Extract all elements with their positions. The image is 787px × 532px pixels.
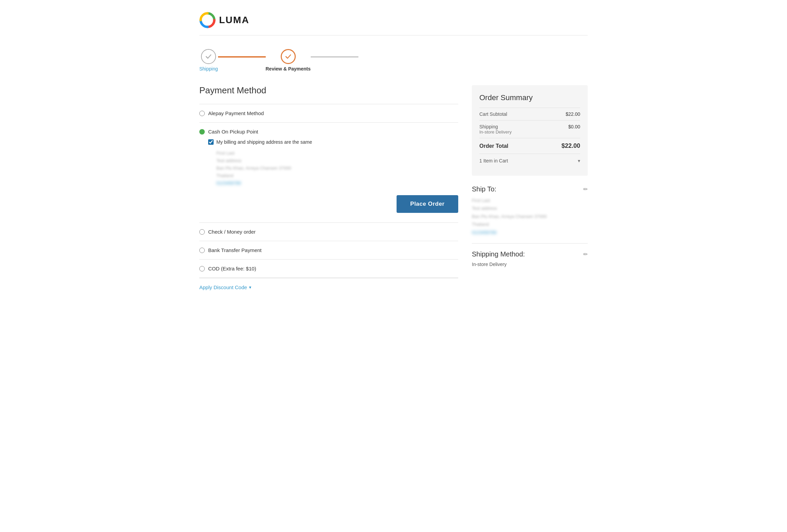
- ship-address-line2: Test address: [472, 206, 497, 211]
- billing-same-checkbox[interactable]: [208, 139, 214, 145]
- ship-to-edit-icon[interactable]: ✏: [583, 186, 588, 192]
- payment-option-bank: Bank Transfer Payment: [199, 241, 458, 259]
- cart-subtotal-value: $22.00: [566, 111, 580, 117]
- payment-option-check: Check / Money order: [199, 222, 458, 241]
- shipping-value: $0.00: [568, 124, 580, 129]
- order-summary: Order Summary Cart Subtotal $22.00 Shipp…: [472, 85, 588, 176]
- step-review: Review & Payments: [266, 49, 311, 72]
- shipping-method-title: Shipping Method:: [472, 250, 525, 258]
- place-order-row: Place Order: [199, 187, 458, 216]
- ship-to-title: Ship To:: [472, 185, 496, 193]
- shipping-method-value: In-store Delivery: [472, 262, 588, 267]
- progress-connector: [218, 56, 266, 58]
- billing-same-checkbox-row: My billing and shipping address are the …: [208, 139, 458, 145]
- shipping-label: Shipping In-store Delivery: [479, 124, 512, 135]
- ship-to-address: First Last Test address Ban Plu Khao, Ar…: [472, 197, 588, 236]
- chevron-down-icon: ▾: [249, 285, 251, 290]
- bank-radio[interactable]: [199, 248, 205, 253]
- cash-expanded-content: My billing and shipping address are the …: [199, 139, 458, 187]
- ship-to-header: Ship To: ✏: [472, 185, 588, 193]
- alepay-label[interactable]: Alepay Payment Method: [199, 110, 458, 116]
- ship-address-line4: Thailand: [472, 222, 489, 227]
- checkout-progress: Shipping Review & Payments: [199, 46, 588, 75]
- shipping-row: Shipping In-store Delivery $0.00: [479, 120, 580, 138]
- address-line2: Test address: [216, 158, 242, 163]
- cart-subtotal-row: Cart Subtotal $22.00: [479, 108, 580, 120]
- step-shipping: Shipping: [199, 49, 218, 72]
- luma-logo-icon: [199, 12, 216, 28]
- payment-method-title: Payment Method: [199, 85, 458, 96]
- ship-address-phone: 0123456789: [472, 230, 496, 235]
- cod-radio[interactable]: [199, 266, 205, 271]
- shipping-method-edit-icon[interactable]: ✏: [583, 251, 588, 257]
- billing-address-block: First Last Test address Ban Plu Khao, Ar…: [216, 150, 458, 187]
- discount-toggle-button[interactable]: Apply Discount Code ▾: [199, 284, 251, 290]
- logo[interactable]: LUMA: [199, 12, 249, 28]
- cash-label[interactable]: Cash On Pickup Point: [199, 129, 458, 135]
- billing-same-label: My billing and shipping address are the …: [216, 139, 312, 145]
- step-review-circle: [281, 49, 296, 64]
- header: LUMA: [199, 7, 588, 35]
- cart-items-row[interactable]: 1 Item in Cart ▾: [479, 154, 580, 168]
- shipping-sub-label: In-store Delivery: [479, 129, 512, 135]
- address-line4: Thailand: [216, 173, 233, 178]
- check-radio[interactable]: [199, 229, 205, 235]
- payment-option-alepay: Alepay Payment Method: [199, 104, 458, 122]
- order-total-value: $22.00: [561, 142, 580, 150]
- progress-connector-right: [311, 56, 358, 58]
- shipping-method-section: Shipping Method: ✏ In-store Delivery: [472, 250, 588, 267]
- payment-method-list: Alepay Payment Method Cash On Pickup Poi…: [199, 104, 458, 278]
- alepay-radio[interactable]: [199, 111, 205, 116]
- cart-items-label: 1 Item in Cart: [479, 158, 508, 163]
- cod-label[interactable]: COD (Extra fee: $10): [199, 266, 458, 271]
- cash-active-dot: [199, 129, 205, 135]
- check-label[interactable]: Check / Money order: [199, 229, 458, 235]
- payment-option-cod: COD (Extra fee: $10): [199, 259, 458, 278]
- brand-name: LUMA: [219, 15, 249, 26]
- cart-subtotal-label: Cart Subtotal: [479, 111, 507, 117]
- check-name: Check / Money order: [208, 229, 256, 235]
- cash-name: Cash On Pickup Point: [208, 129, 258, 135]
- ship-address-line3: Ban Plu Khao, Arreya Chansen 37000: [472, 214, 547, 219]
- shipping-method-header: Shipping Method: ✏: [472, 250, 588, 258]
- step-shipping-label[interactable]: Shipping: [199, 66, 218, 72]
- step-shipping-circle: [201, 49, 216, 64]
- discount-section: Apply Discount Code ▾: [199, 278, 458, 296]
- ship-address-line1: First Last: [472, 198, 490, 203]
- left-panel: Payment Method Alepay Payment Method Cas…: [199, 85, 458, 296]
- alepay-name: Alepay Payment Method: [208, 110, 264, 116]
- order-total-label: Order Total: [479, 143, 508, 149]
- right-panel: Order Summary Cart Subtotal $22.00 Shipp…: [472, 85, 588, 267]
- discount-label: Apply Discount Code: [199, 284, 247, 290]
- address-phone: 0123456789: [216, 181, 241, 186]
- order-total-row: Order Total $22.00: [479, 138, 580, 154]
- address-line1: First Last: [216, 151, 234, 156]
- order-summary-title: Order Summary: [479, 93, 580, 102]
- ship-to-section: Ship To: ✏ First Last Test address Ban P…: [472, 185, 588, 244]
- place-order-button[interactable]: Place Order: [397, 195, 458, 213]
- payment-option-cash: Cash On Pickup Point My billing and ship…: [199, 122, 458, 222]
- step-review-label: Review & Payments: [266, 66, 311, 72]
- cod-name: COD (Extra fee: $10): [208, 266, 256, 271]
- bank-label[interactable]: Bank Transfer Payment: [199, 247, 458, 253]
- cart-chevron-icon: ▾: [578, 158, 580, 163]
- address-line3: Ban Plu Khao, Arreya Chansen 37000: [216, 166, 291, 171]
- bank-name: Bank Transfer Payment: [208, 247, 262, 253]
